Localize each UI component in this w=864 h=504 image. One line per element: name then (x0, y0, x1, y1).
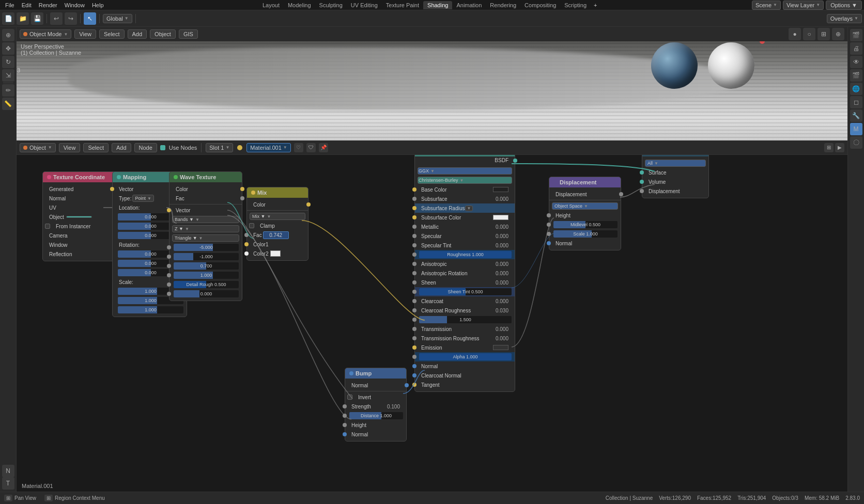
socket-wave-detail-in[interactable] (167, 264, 171, 268)
socket-bsdf-sheen-tint[interactable] (412, 290, 416, 294)
mix-color2-swatch[interactable] (270, 250, 281, 257)
bsdf-roughness-bar[interactable]: Roughness 1.000 (419, 251, 512, 258)
annotate-tool[interactable]: ✏ (2, 84, 14, 97)
menu-file[interactable]: File (2, 1, 18, 9)
tab-rendering[interactable]: Rendering (486, 1, 520, 9)
socket-mix-color2-in[interactable] (244, 251, 249, 256)
socket-disp-scale[interactable] (547, 232, 551, 236)
node-mix[interactable]: Mix Color Mix ▼ Clamp Fac 0.742 Colo (246, 187, 308, 261)
material-properties-btn[interactable]: M (850, 123, 862, 135)
socket-disp-out[interactable] (619, 192, 623, 196)
node-select-btn[interactable]: Select (83, 143, 109, 152)
viewport-gizmo-toggle[interactable]: ⊕ (832, 28, 844, 40)
node-snap-btn[interactable]: ⊞ (824, 143, 834, 152)
tab-sculpting[interactable]: Sculpting (315, 1, 347, 9)
bump-invert-check[interactable] (347, 395, 352, 400)
wave-bands-dropdown[interactable]: Bands ▼ (172, 216, 239, 223)
socket-bump-strength[interactable] (343, 404, 347, 408)
mapping-type-dropdown[interactable]: Point (132, 195, 153, 202)
tool-panel-toggle[interactable]: T (2, 477, 14, 490)
tc-from-instancer-check[interactable] (45, 224, 50, 229)
socket-matout-volume[interactable] (640, 180, 644, 184)
socket-bsdf-tangent[interactable] (412, 383, 416, 387)
socket-wave-fac-out[interactable] (240, 196, 244, 200)
socket-bsdf-transmission-rough[interactable] (412, 336, 416, 340)
use-nodes-checkbox[interactable] (160, 145, 165, 150)
material-dropdown[interactable]: Material.001 (246, 143, 290, 152)
socket-mapping-vector-in[interactable] (110, 187, 114, 191)
node-toggle-sidebar[interactable]: ▶ (835, 143, 844, 152)
save-file-btn[interactable]: 💾 (31, 12, 43, 25)
socket-bsdf-normal[interactable] (412, 364, 416, 368)
viewport-add-btn[interactable]: Add (128, 29, 147, 39)
viewport-display-mode-rendered[interactable]: ○ (803, 28, 815, 40)
mix-fac-value[interactable]: 0.742 (263, 231, 289, 239)
global-dropdown[interactable]: Global (103, 14, 132, 23)
wave-detail-rough-bar[interactable]: Detail Rough 0.500 (174, 281, 239, 288)
scene-dropdown[interactable]: Scene (752, 1, 781, 10)
socket-bump-height[interactable] (343, 423, 347, 427)
node-principled-bsdf[interactable]: Principled BSDF BSDF GGX Christensen-Bur… (414, 146, 515, 392)
socket-wave-phase-in[interactable] (167, 292, 171, 296)
overlay-dropdown[interactable]: Overlays (827, 14, 862, 23)
socket-bsdf-subsurface[interactable] (412, 197, 416, 201)
wave-z-dropdown[interactable]: Z ▼ (172, 225, 239, 232)
socket-bsdf-base-color[interactable] (412, 187, 416, 192)
disp-midlevel-bar[interactable]: Midlevel 0.500 (553, 221, 618, 228)
tc-object-field[interactable] (66, 216, 92, 218)
bsdf-alpha-bar[interactable]: Alpha 1.000 (419, 353, 512, 360)
socket-wave-scale-in[interactable] (167, 245, 171, 249)
tab-compositing[interactable]: Compositing (520, 1, 560, 9)
node-wave-texture[interactable]: Wave Texture Color Fac Vector Bands ▼ Z … (169, 171, 242, 301)
node-editor[interactable]: Texture Coordinate Generated Normal UV O… (17, 140, 847, 492)
matout-all-dropdown[interactable]: All (645, 160, 706, 167)
viewport-display-mode-solid[interactable]: ● (789, 28, 801, 40)
menu-window[interactable]: Window (61, 1, 88, 9)
tab-modeling[interactable]: Modeling (284, 1, 315, 9)
scale-tool[interactable]: ⇲ (2, 69, 14, 82)
wave-triangle-dropdown[interactable]: Triangle ▼ (172, 234, 239, 242)
select-tool[interactable]: ↖ (84, 12, 96, 25)
tab-uv-editing[interactable]: UV Editing (347, 1, 382, 9)
bsdf-base-color-swatch[interactable] (493, 187, 508, 192)
data-properties-btn[interactable]: 〇 (850, 136, 862, 149)
socket-bsdf-clearcoat-rough[interactable] (412, 308, 416, 312)
node-object-dropdown[interactable]: Object ▼ (20, 143, 56, 152)
rotate-tool[interactable]: ↻ (2, 56, 14, 68)
bsdf-subsurface-color-swatch[interactable] (493, 215, 508, 220)
bsdf-subsurface-dropdown[interactable]: Christensen-Burley (418, 177, 512, 184)
socket-bsdf-clearcoat[interactable] (412, 299, 416, 303)
output-properties-btn[interactable]: 🖨 (850, 42, 862, 55)
view-properties-btn[interactable]: 👁 (850, 56, 862, 68)
node-node-btn[interactable]: Node (134, 143, 157, 152)
socket-bump-out[interactable] (405, 383, 409, 387)
bsdf-sheen-tint-bar[interactable]: Sheen Tint 0.500 (419, 288, 512, 295)
viewport-select-btn[interactable]: Select (99, 29, 125, 39)
move-tool[interactable]: ✥ (2, 42, 14, 55)
socket-bsdf-alpha[interactable] (412, 355, 416, 359)
node-displacement[interactable]: Displacement Displacement Object Space H… (549, 177, 621, 250)
socket-bsdf-clearcoat-normal[interactable] (412, 373, 416, 377)
material-pin-btn[interactable]: ♡ (294, 143, 303, 152)
socket-bsdf-metallic[interactable] (412, 225, 416, 229)
tab-layout[interactable]: Layout (258, 1, 284, 9)
socket-mix-fac-in[interactable] (244, 233, 249, 237)
viewport-view-btn[interactable]: View (74, 29, 96, 39)
render-properties-btn[interactable]: 🎬 (850, 29, 862, 41)
socket-matout-displacement[interactable] (640, 189, 644, 193)
viewport-3d[interactable] (17, 27, 847, 140)
socket-disp-midlevel[interactable] (547, 223, 551, 227)
socket-bsdf-sheen[interactable] (412, 280, 416, 285)
disp-scale-bar[interactable]: Scale 1.000 (553, 230, 618, 238)
socket-bump-distance[interactable] (343, 414, 347, 418)
object-mode-dropdown[interactable]: Object Mode ▼ (20, 29, 71, 39)
material-pin2-btn[interactable]: 📌 (319, 143, 328, 152)
world-properties-btn[interactable]: 🌐 (850, 83, 862, 95)
tab-animation[interactable]: Animation (452, 1, 486, 9)
socket-bsdf-transmission[interactable] (412, 327, 416, 331)
tab-texture-paint[interactable]: Texture Paint (382, 1, 423, 9)
socket-disp-height[interactable] (547, 213, 551, 217)
socket-bsdf-bsdf[interactable] (513, 159, 517, 163)
socket-mix-color-out[interactable] (306, 202, 311, 207)
viewport-overlay-toggle[interactable]: ⊞ (817, 28, 830, 40)
